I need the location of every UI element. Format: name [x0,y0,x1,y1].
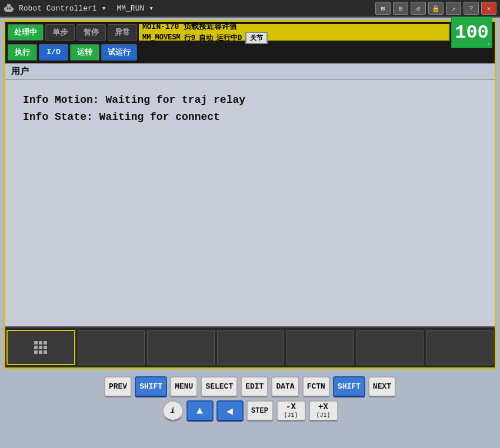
status-pause-btn[interactable]: 暂停 [76,24,106,41]
key-prev[interactable]: PREV [104,376,132,397]
status-movesm: MM_MOVESM [142,34,181,42]
status-info-line1: MOIN-170 负载接近容许值 [142,21,446,32]
title-right: ⊞ ⊟ ↺ 🔒 ↗ ? ✕ [375,2,496,15]
key-next[interactable]: NEXT [368,376,396,397]
title-grid-btn[interactable]: ⊟ [393,2,408,15]
status-line: 行9 [184,33,195,43]
status-auto: 自动 [199,33,213,43]
key-step[interactable]: STEP [246,400,274,422]
key-shift-left[interactable]: SHIFT [135,376,167,397]
key-left[interactable]: ◀ [216,400,244,422]
title-left: Robot Controller1 ▾ MM_RUN ▾ [4,3,154,14]
keyboard-row2: i ▲ ◀ STEP -X (J1) +X (J1) [162,400,338,422]
display-text: Info Motion: Waiting for traj relay Info… [23,92,477,126]
user-label: 用户 [11,66,29,77]
user-bar: 用户 [5,63,495,79]
status-bar: 处理中 单步 暂停 异常 MOIN-170 负载接近容许值 MM_MOVESM … [5,22,495,43]
keyboard-wrapper: PREV SHIFT MENU SELECT EDIT DATA FCTN SH… [0,372,500,426]
svg-rect-1 [7,4,11,6]
status-bar2: 执行 I/O 运转 试运行 [5,43,495,63]
status-trial-btn[interactable]: 试运行 [101,44,137,61]
key-info[interactable]: i [162,400,184,422]
key-x-minus[interactable]: -X (J1) [276,400,306,422]
status-execute-btn[interactable]: 执行 [8,44,37,61]
display-area: Info Motion: Waiting for traj relay Info… [5,79,495,326]
key-up[interactable]: ▲ [186,400,214,422]
toolbar-grid-btn[interactable] [6,330,75,365]
key-data[interactable]: DATA [271,376,299,397]
display-line1: Info Motion: Waiting for traj relay [23,94,245,106]
key-select[interactable]: SELECT [201,376,238,397]
status-info: MOIN-170 负载接近容许值 MM_MOVESM 行9 自动 运行中D 关节 [139,24,449,41]
status-processing-btn[interactable]: 处理中 [8,24,44,41]
toolbar-btn6[interactable] [356,330,424,365]
toolbar-btn5[interactable] [286,330,354,365]
title-mode-dropdown[interactable]: ▾ [102,4,106,13]
title-mode-dropdown2[interactable]: ▾ [149,4,154,13]
title-mode: MM_RUN [116,4,144,13]
keyboard-center: PREV SHIFT MENU SELECT EDIT DATA FCTN SH… [104,372,396,424]
key-menu[interactable]: MENU [170,376,198,397]
status-io-btn[interactable]: I/O [39,44,68,61]
svg-rect-5 [12,8,14,11]
svg-point-3 [9,8,11,9]
status-info-line2: MM_MOVESM 行9 自动 运行中D 关节 [142,32,446,44]
main-frame: 处理中 单步 暂停 异常 MOIN-170 负载接近容许值 MM_MOVESM … [4,20,496,369]
keyboard-row1: PREV SHIFT MENU SELECT EDIT DATA FCTN SH… [104,376,396,397]
robot-icon [4,3,14,14]
score-box: 100 [451,16,492,48]
title-help-btn[interactable]: ? [464,2,479,15]
grid-icon [34,341,47,354]
toolbar-btn7[interactable] [426,330,494,365]
title-bar: Robot Controller1 ▾ MM_RUN ▾ ⊞ ⊟ ↺ 🔒 ↗ ?… [0,0,500,18]
title-name: Robot Controller1 [19,4,97,13]
title-close-btn[interactable]: ✕ [481,2,496,15]
key-x-plus[interactable]: +X (J1) [309,400,338,422]
svg-point-2 [7,8,9,9]
display-line2: Info State: Waiting for connect [23,111,220,123]
title-arrow-btn[interactable]: ↗ [446,2,461,15]
title-refresh-btn[interactable]: ↺ [411,2,426,15]
toolbar-btn4[interactable] [217,330,285,365]
title-lock-btn[interactable]: 🔒 [428,2,444,15]
toolbar-btn3[interactable] [147,330,215,365]
key-edit[interactable]: EDIT [241,376,268,397]
key-fctn[interactable]: FCTN [302,376,330,397]
svg-rect-4 [4,8,5,11]
guanjie-button[interactable]: 关节 [245,32,268,44]
status-run-btn[interactable]: 运转 [70,44,99,61]
svg-rect-0 [5,6,12,12]
bottom-toolbar [5,326,495,367]
key-shift-right[interactable]: SHIFT [333,376,365,397]
status-step-btn[interactable]: 单步 [45,24,75,41]
status-running: 运行中D [216,33,242,43]
toolbar-btn2[interactable] [78,330,145,365]
status-error-btn[interactable]: 异常 [108,24,137,41]
title-calc-btn[interactable]: ⊞ [375,2,391,15]
